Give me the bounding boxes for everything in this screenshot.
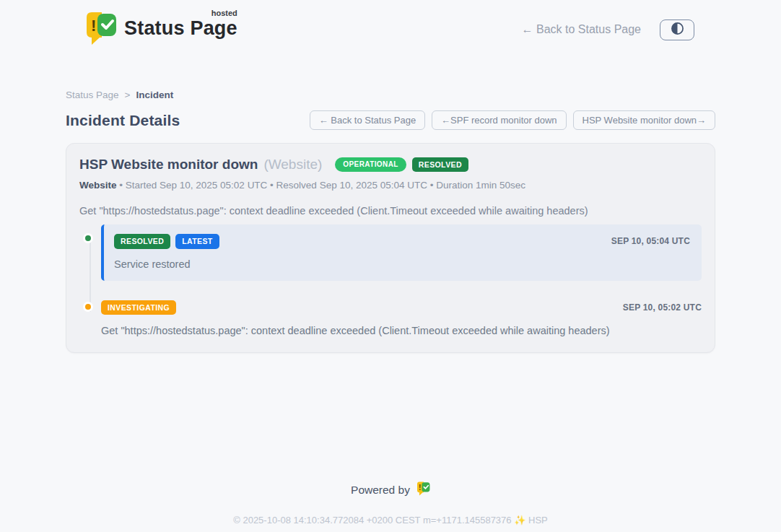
latest-badge: LATEST: [175, 234, 219, 249]
timeline-entry-resolved: RESOLVED LATEST SEP 10, 05:04 UTC Servic…: [79, 231, 702, 281]
half-moon-icon: [671, 22, 684, 38]
incident-description: Get "https://hostedstatus.page": context…: [79, 205, 702, 217]
logo-text: Status Page: [124, 17, 237, 39]
incident-meta: Website • Started Sep 10, 2025 05:02 UTC…: [79, 180, 702, 191]
breadcrumb-status-page-link[interactable]: Status Page: [66, 90, 119, 100]
timeline-dot-resolved: [83, 233, 93, 243]
header: ! Status Page hosted ← Back to Status Pa…: [0, 0, 781, 55]
theme-toggle-button[interactable]: [660, 19, 694, 40]
copyright-line: © 2025-10-08 14:10:34.772084 +0200 CEST …: [66, 515, 715, 526]
incident-title: HSP Website monitor down: [79, 157, 258, 173]
timeline-message: Get "https://hostedstatus.page": context…: [101, 325, 702, 336]
next-incident-button[interactable]: HSP Website monitor down→: [573, 110, 715, 130]
timeline-entry-box: INVESTIGATING SEP 10, 05:02 UTC Get "htt…: [101, 300, 702, 337]
incident-timeline: RESOLVED LATEST SEP 10, 05:04 UTC Servic…: [79, 231, 702, 336]
logo-hosted-label: hosted: [211, 9, 237, 17]
meta-component-name: Website: [79, 180, 117, 191]
timeline-timestamp: SEP 10, 05:04 UTC: [611, 236, 690, 246]
timeline-entry-investigating: INVESTIGATING SEP 10, 05:02 UTC Get "htt…: [79, 302, 702, 337]
logo-speech-bubble-icon: !: [85, 12, 117, 48]
prev-incident-button[interactable]: ←SPF record monitor down: [432, 110, 566, 130]
svg-text:!: !: [419, 484, 421, 492]
timeline-dot-investigating: [83, 302, 93, 312]
incident-card: HSP Website monitor down (Website) OPERA…: [66, 143, 715, 353]
footer: Powered by ! © 2025-10-08 14:10:34.77208…: [66, 481, 715, 526]
timeline-entry-box: RESOLVED LATEST SEP 10, 05:04 UTC Servic…: [101, 224, 702, 281]
status-page-logo[interactable]: ! Status Page hosted: [85, 12, 237, 48]
footer-logo-icon[interactable]: !: [416, 481, 430, 499]
breadcrumb: Status Page > Incident: [66, 90, 715, 100]
incident-component-label: (Website): [263, 157, 322, 173]
breadcrumb-current: Incident: [136, 90, 173, 100]
investigating-badge: INVESTIGATING: [101, 300, 176, 315]
svg-text:!: !: [91, 17, 96, 35]
meta-details: • Started Sep 10, 2025 05:02 UTC • Resol…: [117, 180, 526, 191]
page-title: Incident Details: [66, 112, 180, 129]
back-to-status-page-button[interactable]: ← Back to Status Page: [310, 110, 425, 130]
timeline-timestamp: SEP 10, 05:02 UTC: [623, 302, 702, 313]
resolved-badge: RESOLVED: [412, 157, 468, 173]
operational-badge: OPERATIONAL: [335, 157, 406, 172]
breadcrumb-separator: >: [125, 90, 131, 100]
back-to-status-page-link[interactable]: ← Back to Status Page: [522, 23, 641, 36]
powered-by-label: Powered by: [351, 484, 410, 497]
timeline-message: Service restored: [114, 258, 690, 270]
resolved-update-badge: RESOLVED: [114, 234, 170, 249]
